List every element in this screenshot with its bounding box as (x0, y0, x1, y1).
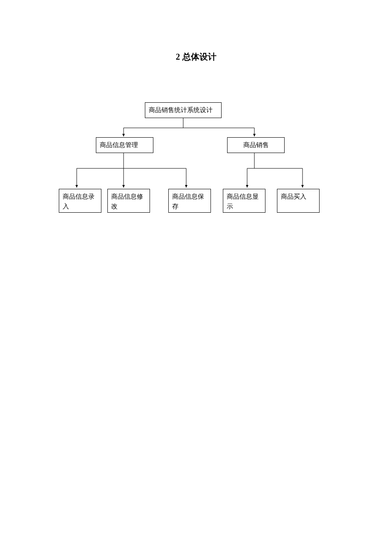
node-info-mgmt: 商品信息管理 (96, 137, 153, 153)
node-entry: 商品信息录入 (59, 189, 101, 213)
node-sales: 商品销售 (227, 137, 285, 153)
connector-lines (0, 0, 392, 555)
node-root: 商品销售统计系统设计 (145, 102, 222, 118)
node-buy: 商品买入 (277, 189, 320, 213)
page-title: 2 总体设计 (0, 51, 392, 63)
node-modify: 商品信息修改 (107, 189, 150, 213)
node-display: 商品信息显示 (223, 189, 265, 213)
node-save: 商品信息保存 (168, 189, 211, 213)
